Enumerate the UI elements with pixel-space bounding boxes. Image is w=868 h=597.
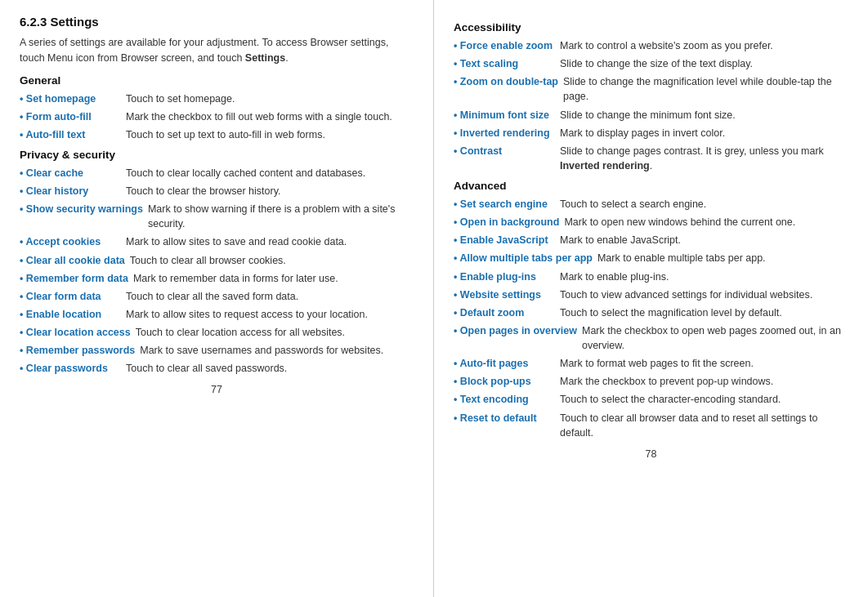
- item-label-clear-history: Clear history: [20, 184, 126, 198]
- list-item: Clear all cookie data Touch to clear all…: [20, 253, 414, 268]
- list-item: Reset to default Touch to clear all brow…: [454, 411, 848, 440]
- list-item: Show security warnings Mark to show warn…: [20, 202, 414, 231]
- item-label-auto-fit-pages: Auto-fit pages: [454, 356, 560, 371]
- item-label-clear-cache: Clear cache: [20, 166, 126, 180]
- item-desc-enable-location: Mark to allow sites to request access to…: [126, 307, 414, 322]
- item-desc-inverted-rendering: Mark to display pages in invert color.: [560, 126, 848, 140]
- item-desc-set-homepage: Touch to set homepage.: [126, 91, 414, 106]
- item-label-autofill-text: Auto-fill text: [20, 127, 126, 142]
- item-desc-show-security-warnings: Mark to show warning if there is a probl…: [148, 202, 414, 231]
- list-item: Default zoom Touch to select the magnifi…: [454, 305, 848, 320]
- list-item: Contrast Slide to change pages contrast.…: [454, 144, 848, 173]
- item-label-enable-javascript: Enable JavaScript: [454, 233, 560, 247]
- list-item: Text encoding Touch to select the charac…: [454, 392, 848, 407]
- privacy-security-heading: Privacy & security: [20, 149, 414, 161]
- list-item: Inverted rendering Mark to display pages…: [454, 126, 848, 140]
- list-item: Auto-fill text Touch to set up text to a…: [20, 127, 414, 142]
- item-label-enable-location: Enable location: [20, 307, 126, 322]
- item-label-minimum-font-size: Minimum font size: [454, 108, 560, 123]
- list-item: Open in background Mark to open new wind…: [454, 215, 848, 229]
- item-label-text-encoding: Text encoding: [454, 392, 560, 407]
- list-item: Clear history Touch to clear the browser…: [20, 184, 414, 198]
- item-desc-force-enable-zoom: Mark to control a website's zoom as you …: [560, 38, 848, 53]
- item-label-remember-form-data: Remember form data: [20, 271, 133, 286]
- intro-text: A series of settings are available for y…: [20, 35, 414, 66]
- item-desc-text-encoding: Touch to select the character-encoding s…: [560, 392, 848, 407]
- item-desc-open-pages-overview: Mark the checkbox to open web pages zoom…: [582, 323, 848, 353]
- item-label-open-pages-overview: Open pages in overview: [454, 323, 582, 353]
- item-desc-autofill-text: Touch to set up text to auto-fill in web…: [126, 127, 414, 142]
- item-label-default-zoom: Default zoom: [454, 305, 560, 320]
- item-label-force-enable-zoom: Force enable zoom: [454, 38, 560, 53]
- list-item: Website settings Touch to view advanced …: [454, 287, 848, 302]
- item-desc-zoom-double-tap: Slide to change the magnification level …: [563, 74, 848, 104]
- left-page: 6.2.3 Settings A series of settings are …: [0, 0, 434, 597]
- item-desc-remember-form-data: Mark to remember data in forms for later…: [133, 271, 414, 286]
- list-item: Clear location access Touch to clear loc…: [20, 325, 414, 340]
- item-desc-remember-passwords: Mark to save usernames and passwords for…: [140, 343, 414, 358]
- item-label-clear-location-access: Clear location access: [20, 325, 136, 340]
- item-desc-allow-multiple-tabs: Mark to enable multiple tabs per app.: [597, 251, 848, 265]
- item-label-open-in-background: Open in background: [454, 215, 564, 229]
- list-item: Enable plug-ins Mark to enable plug-ins.: [454, 270, 848, 284]
- general-heading: General: [20, 74, 414, 87]
- item-desc-clear-passwords: Touch to clear all saved passwords.: [126, 361, 414, 376]
- item-label-allow-multiple-tabs: Allow multiple tabs per app: [454, 251, 597, 265]
- left-page-number: 77: [20, 384, 414, 395]
- list-item: Set homepage Touch to set homepage.: [20, 91, 414, 106]
- item-label-contrast: Contrast: [454, 144, 560, 173]
- item-desc-clear-form-data: Touch to clear all the saved form data.: [126, 289, 414, 304]
- list-item: Clear cache Touch to clear locally cache…: [20, 166, 414, 180]
- item-desc-clear-location-access: Touch to clear location access for all w…: [136, 325, 414, 340]
- list-item: Allow multiple tabs per app Mark to enab…: [454, 251, 848, 265]
- page-container: 6.2.3 Settings A series of settings are …: [0, 0, 868, 597]
- item-label-text-scaling: Text scaling: [454, 56, 560, 71]
- item-desc-reset-to-default: Touch to clear all browser data and to r…: [560, 411, 848, 440]
- item-label-accept-cookies: Accept cookies: [20, 234, 126, 249]
- item-label-clear-form-data: Clear form data: [20, 289, 126, 304]
- item-desc-contrast: Slide to change pages contrast. It is gr…: [560, 144, 848, 173]
- list-item: Remember passwords Mark to save username…: [20, 343, 414, 358]
- item-desc-clear-history: Touch to clear the browser history.: [126, 184, 414, 198]
- list-item: Text scaling Slide to change the size of…: [454, 56, 848, 71]
- list-item: Block pop-ups Mark the checkbox to preve…: [454, 374, 848, 389]
- advanced-heading: Advanced: [454, 180, 848, 192]
- accessibility-heading: Accessibility: [454, 21, 848, 33]
- list-item: Minimum font size Slide to change the mi…: [454, 108, 848, 123]
- item-label-set-search-engine: Set search engine: [454, 197, 560, 212]
- item-label-clear-all-cookie-data: Clear all cookie data: [20, 253, 130, 268]
- item-desc-text-scaling: Slide to change the size of the text dis…: [560, 56, 848, 71]
- list-item: Accept cookies Mark to allow sites to sa…: [20, 234, 414, 249]
- list-item: Zoom on double-tap Slide to change the m…: [454, 74, 848, 104]
- list-item: Remember form data Mark to remember data…: [20, 271, 414, 286]
- right-page-number: 78: [454, 448, 848, 460]
- list-item: Open pages in overview Mark the checkbox…: [454, 323, 848, 353]
- item-label-remember-passwords: Remember passwords: [20, 343, 140, 358]
- item-label-website-settings: Website settings: [454, 287, 560, 302]
- list-item: Set search engine Touch to select a sear…: [454, 197, 848, 212]
- list-item: Clear passwords Touch to clear all saved…: [20, 361, 414, 376]
- list-item: Enable location Mark to allow sites to r…: [20, 307, 414, 322]
- item-label-set-homepage: Set homepage: [20, 91, 126, 106]
- list-item: Enable JavaScript Mark to enable JavaScr…: [454, 233, 848, 247]
- item-desc-default-zoom: Touch to select the magnification level …: [560, 305, 848, 320]
- item-label-clear-passwords: Clear passwords: [20, 361, 126, 376]
- item-label-form-autofill: Form auto-fill: [20, 109, 126, 124]
- list-item: Form auto-fill Mark the checkbox to fill…: [20, 109, 414, 124]
- right-page: Accessibility Force enable zoom Mark to …: [434, 0, 868, 597]
- item-label-reset-to-default: Reset to default: [454, 411, 560, 440]
- item-label-zoom-double-tap: Zoom on double-tap: [454, 74, 563, 104]
- item-label-inverted-rendering: Inverted rendering: [454, 126, 560, 140]
- item-label-show-security-warnings: Show security warnings: [20, 202, 148, 231]
- list-item: Force enable zoom Mark to control a webs…: [454, 38, 848, 53]
- chapter-title: 6.2.3 Settings: [20, 15, 414, 29]
- item-desc-block-popups: Mark the checkbox to prevent pop-up wind…: [560, 374, 848, 389]
- list-item: Auto-fit pages Mark to format web pages …: [454, 356, 848, 371]
- item-desc-form-autofill: Mark the checkbox to fill out web forms …: [126, 109, 414, 124]
- item-desc-website-settings: Touch to view advanced settings for indi…: [560, 287, 848, 302]
- item-desc-open-in-background: Mark to open new windows behind the curr…: [564, 215, 848, 229]
- item-desc-accept-cookies: Mark to allow sites to save and read coo…: [126, 234, 414, 249]
- item-label-block-popups: Block pop-ups: [454, 374, 560, 389]
- item-desc-enable-javascript: Mark to enable JavaScript.: [560, 233, 848, 247]
- item-desc-clear-all-cookie-data: Touch to clear all browser cookies.: [130, 253, 414, 268]
